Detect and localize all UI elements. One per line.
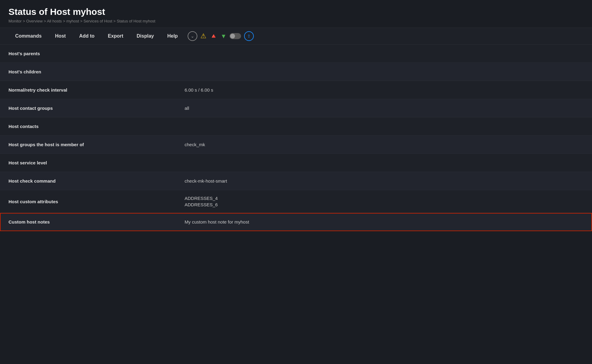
- toolbar-item-help[interactable]: Help: [161, 28, 185, 44]
- cell-label-host-custom-attributes: Host custom attributes: [0, 190, 176, 213]
- cell-label-host-service-level: Host service level: [0, 154, 176, 172]
- page-header: Status of Host myhost Monitor > Overview…: [0, 0, 592, 28]
- toolbar-item-display[interactable]: Display: [130, 28, 161, 44]
- table-row: Host custom attributesADDRESSES_4ADDRESS…: [0, 190, 592, 213]
- cell-label-normal-retry: Normal/retry check interval: [0, 81, 176, 99]
- cell-label-host-contacts: Host contacts: [0, 117, 176, 135]
- cell-label-hosts-children: Host's children: [0, 63, 176, 81]
- table: Host's parentsHost's childrenNormal/retr…: [0, 45, 592, 231]
- warning-icon[interactable]: ⚠: [200, 32, 206, 40]
- table-row: Host service level: [0, 154, 592, 172]
- toggle-switch[interactable]: [230, 33, 241, 39]
- toolbar-item-export[interactable]: Export: [101, 28, 130, 44]
- cell-label-host-groups: Host groups the host is member of: [0, 136, 176, 153]
- content: Host's parentsHost's childrenNormal/retr…: [0, 45, 592, 231]
- table-row: Host's parents: [0, 45, 592, 63]
- toolbar-icons: ⌄ ⚠ 🔺 ▼ ⇧: [188, 31, 254, 41]
- page-title: Status of Host myhost: [9, 7, 583, 17]
- cell-label-hosts-parents: Host's parents: [0, 45, 176, 62]
- cell-label-host-contact-groups: Host contact groups: [0, 99, 176, 117]
- cell-value-custom-host-notes: My custom host note for myhost: [176, 213, 592, 231]
- cell-value-hosts-parents: [176, 45, 592, 62]
- toolbar-item-commands[interactable]: Commands: [9, 28, 48, 44]
- dropdown-icon[interactable]: ⌄: [188, 31, 197, 41]
- toolbar-item-host[interactable]: Host: [48, 28, 73, 44]
- table-row: Host contact groupsall: [0, 99, 592, 117]
- cell-value-host-contact-groups: all: [176, 99, 592, 117]
- toolbar-item-add-to[interactable]: Add to: [73, 28, 101, 44]
- cell-label-host-check-command: Host check command: [0, 172, 176, 190]
- table-row: Host's children: [0, 63, 592, 81]
- toolbar: CommandsHostAdd toExportDisplayHelp ⌄ ⚠ …: [0, 28, 592, 45]
- cell-value-host-contacts: [176, 117, 592, 135]
- cell-label-custom-host-notes: Custom host notes: [0, 213, 176, 231]
- filter-icon[interactable]: ▼: [221, 33, 227, 40]
- table-row: Host check commandcheck-mk-host-smart: [0, 172, 592, 190]
- cell-value-hosts-children: [176, 63, 592, 81]
- cell-value-host-service-level: [176, 154, 592, 172]
- cone-icon[interactable]: 🔺: [209, 32, 218, 40]
- table-row: Host groups the host is member ofcheck_m…: [0, 136, 592, 154]
- cell-value-host-groups: check_mk: [176, 136, 592, 153]
- upload-icon[interactable]: ⇧: [244, 31, 254, 41]
- cell-value-normal-retry: 6.00 s / 6.00 s: [176, 81, 592, 99]
- breadcrumb: Monitor > Overview > All hosts > myhost …: [9, 19, 583, 23]
- cell-value-host-custom-attributes: ADDRESSES_4ADDRESSES_6: [176, 190, 592, 213]
- table-row: Normal/retry check interval6.00 s / 6.00…: [0, 81, 592, 99]
- cell-value-host-check-command: check-mk-host-smart: [176, 172, 592, 190]
- table-row: Custom host notesMy custom host note for…: [0, 213, 592, 231]
- table-row: Host contacts: [0, 117, 592, 136]
